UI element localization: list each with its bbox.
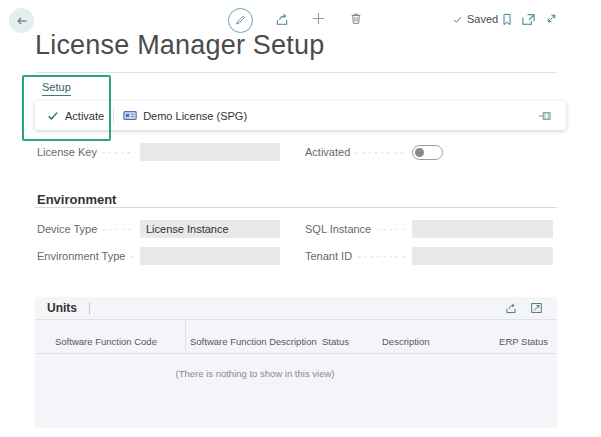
arrow-left-icon xyxy=(15,14,29,28)
units-column-headers: Software Function Code Software Function… xyxy=(35,320,557,354)
column-divider xyxy=(185,320,186,353)
focus-mode-icon xyxy=(530,302,543,314)
field-row-environment-type: Environment Type xyxy=(37,247,280,265)
window-new-icon xyxy=(521,13,536,26)
units-header-separator xyxy=(89,302,90,315)
open-in-window-button[interactable] xyxy=(521,13,536,26)
tenant-id-input[interactable] xyxy=(412,247,553,265)
col-software-function-description[interactable]: Software Function Description xyxy=(190,336,317,347)
share-button[interactable] xyxy=(274,12,290,27)
pin-action-bar-button[interactable] xyxy=(538,110,553,122)
menu-setup[interactable]: Setup xyxy=(42,81,71,96)
saved-label: Saved xyxy=(467,13,498,25)
units-header: Units xyxy=(35,297,557,320)
toggle-knob xyxy=(415,148,424,157)
col-software-function-code[interactable]: Software Function Code xyxy=(55,336,157,347)
new-button[interactable] xyxy=(311,11,326,26)
field-row-device-type: Device Type License Instance xyxy=(37,220,280,238)
demo-license-label: Demo License (SPG) xyxy=(143,110,247,122)
environment-type-label: Environment Type xyxy=(37,250,125,262)
units-focus-button[interactable] xyxy=(530,302,543,314)
sql-instance-label: SQL Instance xyxy=(305,223,371,235)
bookmark-button[interactable] xyxy=(501,12,513,27)
empty-view-message: (There is nothing to show in this view) xyxy=(35,368,475,379)
activated-label: Activated xyxy=(305,146,350,158)
sql-instance-input[interactable] xyxy=(412,220,553,238)
dotted-leader xyxy=(102,224,135,235)
field-row-license-key: License Key xyxy=(37,143,280,161)
license-card-icon xyxy=(123,110,137,121)
license-key-input[interactable] xyxy=(140,143,280,161)
dotted-leader xyxy=(376,224,407,235)
dotted-leader xyxy=(355,147,407,158)
page-title: License Manager Setup xyxy=(35,30,324,61)
bookmark-icon xyxy=(501,12,513,27)
dotted-leader xyxy=(130,251,135,262)
activate-label: Activate xyxy=(65,110,104,122)
share-icon xyxy=(504,302,518,315)
col-description[interactable]: Description xyxy=(382,336,430,347)
tenant-id-label: Tenant ID xyxy=(305,250,352,262)
units-share-button[interactable] xyxy=(504,302,518,315)
device-type-input[interactable]: License Instance xyxy=(140,220,280,238)
units-empty-body: (There is nothing to show in this view) xyxy=(35,354,557,428)
device-type-label: Device Type xyxy=(37,223,97,235)
units-card: Units Software Function Code Software xyxy=(35,297,557,428)
share-icon xyxy=(274,12,290,27)
demo-license-button[interactable]: Demo License (SPG) xyxy=(123,110,247,122)
activated-toggle[interactable] xyxy=(412,145,443,160)
environment-type-input[interactable] xyxy=(140,247,280,265)
plus-icon xyxy=(311,11,326,26)
pencil-icon xyxy=(234,14,247,27)
title-divider xyxy=(35,72,557,73)
trash-icon xyxy=(349,11,363,26)
save-status: Saved xyxy=(452,13,498,25)
field-row-sql-instance: SQL Instance xyxy=(305,220,553,238)
col-status[interactable]: Status xyxy=(322,336,349,347)
field-row-activated: Activated xyxy=(305,143,553,161)
environment-section-title: Environment xyxy=(37,192,116,207)
saved-check-icon xyxy=(452,14,463,25)
license-key-label: License Key xyxy=(37,146,97,158)
pin-icon xyxy=(538,110,553,122)
expand-button[interactable] xyxy=(545,12,558,25)
units-title[interactable]: Units xyxy=(47,301,77,315)
delete-button[interactable] xyxy=(349,11,363,26)
diagonal-resize-icon xyxy=(545,12,558,25)
back-button[interactable] xyxy=(9,8,34,33)
action-separator xyxy=(113,108,114,124)
activate-button[interactable]: Activate xyxy=(47,110,104,122)
setup-action-bar: Activate Demo License (SPG) xyxy=(35,101,566,130)
dotted-leader xyxy=(357,251,407,262)
environment-divider xyxy=(35,207,557,208)
checkmark-icon xyxy=(47,110,59,122)
dotted-leader xyxy=(102,147,135,158)
col-erp-status[interactable]: ERP Status xyxy=(499,336,548,347)
field-row-tenant-id: Tenant ID xyxy=(305,247,553,265)
